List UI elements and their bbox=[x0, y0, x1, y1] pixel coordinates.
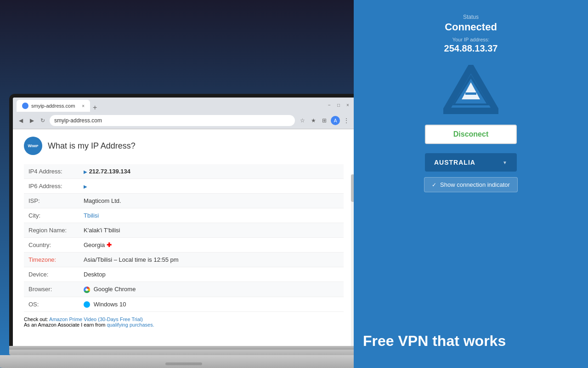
browser-tab[interactable]: smyip-address.com × bbox=[17, 100, 90, 112]
laptop-base-area bbox=[0, 346, 381, 368]
country-value: Georgia bbox=[84, 242, 107, 248]
svg-rect-7 bbox=[465, 92, 476, 95]
show-indicator-label: Show connection indicator bbox=[440, 181, 510, 188]
window-controls: − □ × bbox=[326, 102, 351, 108]
promo-sub: As an Amazon Associate I earn from bbox=[24, 322, 107, 328]
back-button[interactable]: ◀ bbox=[17, 116, 25, 125]
label-ip6: IP6 Address: bbox=[24, 179, 79, 194]
close-button[interactable]: × bbox=[345, 102, 351, 108]
address-bar: ◀ ▶ ↻ smyip-address.com ☆ ★ ⊞ A ⋮ bbox=[13, 112, 355, 129]
laptop-hinge bbox=[9, 346, 358, 350]
label-country: Country: bbox=[24, 238, 79, 253]
browser-actions: ☆ ★ ⊞ A ⋮ bbox=[298, 116, 351, 125]
table-row: ISP: Magticom Ltd. bbox=[24, 194, 344, 208]
ip-value: 254.88.13.37 bbox=[444, 43, 498, 54]
label-device: Device: bbox=[24, 267, 79, 282]
left-panel: smyip-address.com × + − □ × bbox=[0, 0, 354, 368]
minimize-button[interactable]: − bbox=[326, 102, 333, 108]
ip-label: Your IP address: bbox=[444, 37, 498, 42]
promo-prefix: Check out: bbox=[24, 316, 49, 322]
table-row: Timezone: Asia/Tbilisi – Local time is 1… bbox=[24, 253, 344, 267]
browser-chrome: smyip-address.com × + − □ × bbox=[13, 98, 355, 129]
tab-title: smyip-address.com bbox=[31, 103, 75, 109]
vpn-logo bbox=[443, 65, 498, 115]
laptop-base bbox=[9, 346, 358, 355]
country-flag: ✚ bbox=[107, 242, 112, 248]
menu-icon[interactable]: ⋮ bbox=[342, 116, 351, 125]
site-title: What is my IP Address? bbox=[48, 141, 136, 151]
maximize-button[interactable]: □ bbox=[335, 102, 342, 108]
table-row: IP4 Address: ▶ 212.72.139.134 bbox=[24, 164, 344, 179]
table-row: City: Tbilisi bbox=[24, 208, 344, 223]
table-row: OS: Windows 10 bbox=[24, 297, 344, 312]
qualifying-link[interactable]: qualifying purchases. bbox=[107, 322, 154, 328]
label-os: OS: bbox=[24, 297, 79, 312]
svg-point-2 bbox=[86, 288, 88, 291]
new-tab-button[interactable]: + bbox=[90, 104, 100, 112]
status-value: Connected bbox=[444, 21, 498, 33]
promo-section: Check out: Amazon Prime Video (30-Days F… bbox=[24, 316, 344, 328]
ip4-value: 212.72.139.134 bbox=[89, 168, 130, 175]
device-value: Desktop bbox=[79, 267, 344, 282]
table-row: Device: Desktop bbox=[24, 267, 344, 282]
label-city: City: bbox=[24, 208, 79, 223]
label-ip4: IP4 Address: bbox=[24, 164, 79, 179]
tab-close-btn[interactable]: × bbox=[82, 104, 85, 109]
site-header: W IMIP What is my IP Address? bbox=[24, 137, 344, 155]
laptop-screen: smyip-address.com × + − □ × bbox=[13, 98, 355, 346]
chrome-icon bbox=[84, 287, 90, 293]
laptop-notch bbox=[165, 362, 202, 365]
windows-icon bbox=[84, 301, 90, 308]
laptop: smyip-address.com × + − □ × bbox=[0, 94, 381, 368]
refresh-button[interactable]: ↻ bbox=[39, 116, 47, 125]
country-label: AUSTRALIA bbox=[434, 159, 475, 166]
table-row: Region Name: K'alak'i T'bilisi bbox=[24, 223, 344, 238]
bookmark-icon[interactable]: ☆ bbox=[298, 116, 307, 125]
ip-table: IP4 Address: ▶ 212.72.139.134 IP6 Addres… bbox=[24, 164, 344, 312]
timezone-value: Asia/Tbilisi – Local time is 12:55 pm bbox=[79, 253, 344, 267]
tab-favicon bbox=[22, 103, 28, 109]
promo-link[interactable]: Amazon Prime Video (30-Days Free Trial) bbox=[49, 316, 143, 322]
table-row: Country: Georgia ✚ bbox=[24, 238, 344, 253]
wimip-logo: W IMIP bbox=[24, 137, 42, 155]
label-isp: ISP: bbox=[24, 194, 79, 208]
ip6-arrow: ▶ bbox=[84, 184, 87, 189]
browser-title-bar: smyip-address.com × + − □ × bbox=[13, 98, 355, 112]
label-browser: Browser: bbox=[24, 282, 79, 297]
vpn-panel: Status Connected Your IP address: 254.88… bbox=[354, 0, 588, 368]
table-row: Browser: bbox=[24, 282, 344, 297]
address-input[interactable]: smyip-address.com bbox=[50, 115, 295, 126]
laptop-bottom bbox=[0, 355, 372, 368]
browser-content: W IMIP What is my IP Address? IP4 Addres… bbox=[13, 129, 355, 333]
isp-value: Magticom Ltd. bbox=[79, 194, 344, 208]
browser-value: Google Chrome bbox=[94, 286, 136, 293]
vpn-status-section: Status Connected Your IP address: 254.88… bbox=[444, 14, 498, 63]
os-value: Windows 10 bbox=[94, 301, 126, 308]
status-label: Status bbox=[444, 14, 498, 20]
table-row: IP6 Address: ▶ bbox=[24, 179, 344, 194]
disconnect-button[interactable]: Disconect bbox=[425, 125, 517, 144]
region-value: K'alak'i T'bilisi bbox=[79, 223, 344, 238]
country-selector[interactable]: AUSTRALIA ▼ bbox=[425, 153, 517, 172]
ip-arrow: ▶ bbox=[84, 169, 87, 174]
dropdown-arrow-icon: ▼ bbox=[503, 160, 508, 165]
collections-icon[interactable]: ★ bbox=[309, 116, 318, 125]
free-vpn-text: Free VPN that works bbox=[363, 333, 506, 350]
screen-bezel: smyip-address.com × + − □ × bbox=[9, 94, 358, 346]
label-timezone: Timezone: bbox=[28, 256, 56, 263]
split-screen-icon[interactable]: ⊞ bbox=[320, 116, 329, 125]
forward-button[interactable]: ▶ bbox=[28, 116, 36, 125]
show-indicator-button[interactable]: ✓ Show connection indicator bbox=[424, 177, 518, 192]
checkmark-icon: ✓ bbox=[432, 182, 436, 188]
label-region: Region Name: bbox=[24, 223, 79, 238]
city-link[interactable]: Tbilisi bbox=[84, 212, 99, 219]
profile-icon[interactable]: A bbox=[331, 116, 340, 125]
